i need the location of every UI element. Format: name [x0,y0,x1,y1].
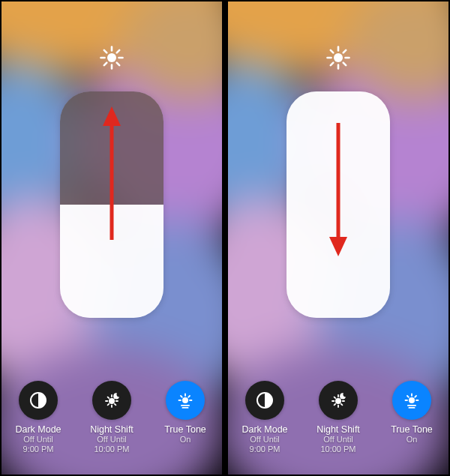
svg-point-12 [109,398,115,404]
svg-rect-57 [409,407,416,409]
brightness-slider[interactable] [60,91,164,318]
svg-line-54 [407,396,409,397]
night-shift-sub1: Off Until [97,435,127,445]
svg-line-18 [115,403,116,405]
svg-point-29 [334,53,343,62]
true-tone-toggle[interactable]: True Tone On [382,381,442,456]
svg-point-0 [107,53,116,62]
true-tone-label: True Tone [164,424,206,435]
slider-fill-region [286,91,390,318]
brightness-icon [99,45,124,73]
svg-line-25 [181,396,182,397]
night-shift-sub2: 10:00 PM [94,445,129,455]
dark-mode-label: Dark Mode [15,424,61,435]
svg-point-41 [335,398,341,404]
svg-line-37 [344,50,346,53]
svg-rect-28 [182,407,189,409]
svg-rect-56 [407,405,416,406]
dark-mode-sub2: 9:00 PM [23,445,54,455]
control-center-panel-right: Dark Mode Off Until 9:00 PM [228,1,448,475]
night-shift-label: Night Shift [316,424,360,435]
night-shift-sub2: 10:00 PM [320,445,356,455]
svg-line-5 [104,50,107,53]
true-tone-icon [166,381,205,420]
true-tone-sub1: On [180,435,191,445]
night-shift-icon [92,381,131,420]
svg-point-21 [182,397,188,403]
svg-line-47 [341,403,343,405]
night-shift-icon [319,381,358,420]
svg-line-7 [104,63,107,66]
display-toggle-row: Dark Mode Off Until 9:00 PM [2,381,222,456]
slider-empty-region [60,91,164,205]
svg-line-46 [334,397,336,398]
night-shift-label: Night Shift [90,424,134,435]
svg-line-36 [331,63,334,66]
dark-mode-toggle[interactable]: Dark Mode Off Until 9:00 PM [8,381,68,456]
dark-mode-icon [19,381,58,420]
control-center-panel-left: Dark Mode Off Until 9:00 PM [2,1,222,475]
display-toggle-row: Dark Mode Off Until 9:00 PM [228,381,448,456]
svg-line-6 [117,63,120,66]
svg-rect-27 [181,405,190,406]
brightness-slider[interactable] [286,91,390,318]
svg-line-19 [108,403,110,405]
svg-line-35 [344,63,346,66]
dark-mode-sub1: Off Until [23,435,53,445]
night-shift-sub1: Off Until [323,435,353,445]
dark-mode-toggle[interactable]: Dark Mode Off Until 9:00 PM [235,381,295,456]
night-shift-toggle[interactable]: Night Shift Off Until 10:00 PM [308,381,368,456]
true-tone-label: True Tone [391,424,433,435]
svg-line-34 [331,50,334,53]
brightness-icon [326,45,351,73]
dark-mode-icon [245,381,284,420]
dark-mode-sub1: Off Until [250,435,280,445]
svg-line-48 [334,403,336,405]
dark-mode-sub2: 9:00 PM [250,445,280,455]
true-tone-sub1: On [406,435,418,445]
svg-line-26 [188,396,190,397]
true-tone-icon [392,381,431,420]
svg-line-17 [108,397,110,398]
night-shift-toggle[interactable]: Night Shift Off Until 10:00 PM [82,381,142,456]
dark-mode-label: Dark Mode [242,424,287,435]
slider-fill-region [60,205,164,318]
svg-line-8 [117,50,120,53]
svg-point-50 [409,397,415,403]
svg-line-55 [415,396,416,397]
true-tone-toggle[interactable]: True Tone On [155,381,215,456]
